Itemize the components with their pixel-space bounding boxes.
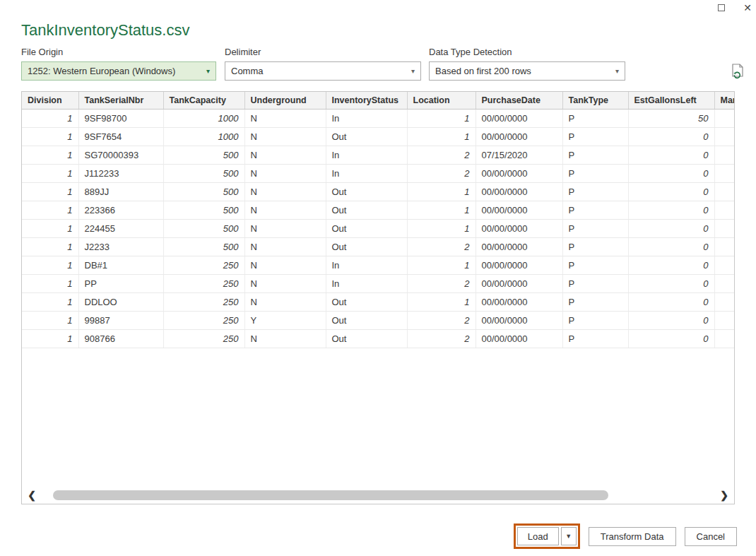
table-cell: 9SF98700 [78,109,163,127]
table-row: 199887250YOut200/00/0000P0 [22,311,734,329]
table-cell: 1 [407,219,476,237]
table-cell: P [562,219,628,237]
table-cell: 1 [22,146,78,164]
refresh-preview-icon[interactable] [731,64,745,79]
table-cell [714,274,734,292]
close-icon[interactable]: ✕ [743,3,752,13]
table-cell [714,237,734,256]
table-cell: 2 [407,311,476,329]
table-cell: 00/00/0000 [476,274,562,292]
column-header: TankCapacity [163,92,244,109]
table-cell: P [562,329,628,348]
table-row: 1J112233500NIn200/00/0000P0 [22,164,734,182]
load-button-highlight: Load ▼ [514,524,580,549]
table-cell: 1 [22,164,78,182]
load-button[interactable]: Load [517,527,559,545]
table-cell: 1 [22,182,78,201]
table-cell: 2 [407,237,476,256]
transform-data-button[interactable]: Transform Data [589,527,676,546]
table-cell: 2 [407,274,476,292]
table-cell: SG70000393 [78,146,163,164]
table-cell: 223366 [78,201,163,219]
table-cell: 250 [163,256,244,274]
table-cell: Y [244,311,326,329]
table-cell: 1 [407,182,476,201]
table-cell [714,219,734,237]
table-cell: 07/15/2020 [476,146,562,164]
csv-import-dialog: ✕ TankInventoryStatus.csv File Origin 12… [0,0,756,556]
data-type-detection-select[interactable]: Based on first 200 rows ▾ [429,61,625,81]
scroll-right-icon[interactable]: ❯ [716,489,732,502]
table-cell: Out [326,182,407,201]
delimiter-select[interactable]: Comma ▾ [225,61,421,81]
window-controls: ✕ [718,0,752,16]
table-cell: N [244,329,326,348]
table-cell: P [562,109,628,127]
table-cell: 1 [22,127,78,146]
table-cell: Out [326,201,407,219]
scroll-left-icon[interactable]: ❮ [24,489,40,502]
table-cell: 889JJ [78,182,163,201]
table-cell: 500 [163,237,244,256]
load-dropdown-button[interactable]: ▼ [561,527,577,545]
data-type-detection-value: Based on first 200 rows [435,66,611,76]
table-cell [714,164,734,182]
table-row: 1DDLOO250NOut100/00/0000P0 [22,292,734,311]
scrollbar-track[interactable] [40,490,716,500]
table-cell [714,292,734,311]
table-cell: P [562,256,628,274]
header-row: DivisionTankSerialNbrTankCapacityUndergr… [22,92,734,109]
table-cell [714,127,734,146]
table-cell: P [562,201,628,219]
table-cell: 1000 [163,109,244,127]
column-header: TankType [562,92,628,109]
table-cell [714,311,734,329]
table-cell: PP [78,274,163,292]
delimiter-control: Delimiter Comma ▾ [225,47,421,81]
table-cell: J2233 [78,237,163,256]
table-cell: 0 [628,329,714,348]
table-row: 1DB#1250NIn100/00/0000P0 [22,256,734,274]
table-cell [714,256,734,274]
table-cell: 0 [628,164,714,182]
table-cell [714,146,734,164]
table-cell: 250 [163,329,244,348]
column-header: Underground [244,92,326,109]
scrollbar-thumb[interactable] [53,490,608,500]
table-cell: In [326,256,407,274]
table-row: 19SF76541000NOut100/00/0000P0 [22,127,734,146]
table-cell: 00/00/0000 [476,311,562,329]
table-cell: 0 [628,182,714,201]
table-cell: P [562,311,628,329]
cancel-button[interactable]: Cancel [685,527,737,546]
table-cell: 00/00/0000 [476,109,562,127]
file-origin-label: File Origin [21,47,216,59]
delimiter-label: Delimiter [225,47,421,59]
table-cell: 00/00/0000 [476,237,562,256]
table-cell: 0 [628,146,714,164]
table-cell: N [244,109,326,127]
chevron-down-icon: ▾ [206,67,210,75]
table-cell [714,201,734,219]
table-cell: 0 [628,201,714,219]
table-cell: Out [326,292,407,311]
table-cell: 00/00/0000 [476,164,562,182]
delimiter-value: Comma [231,66,407,76]
table-cell: N [244,127,326,146]
table-cell: 1 [22,329,78,348]
table-cell: 0 [628,237,714,256]
table-cell: 1 [22,274,78,292]
maximize-icon[interactable] [718,4,725,11]
file-origin-value: 1252: Western European (Windows) [28,66,202,76]
table-cell: 1 [407,127,476,146]
table-row: 1J2233500NOut200/00/0000P0 [22,237,734,256]
table-cell: 1 [407,292,476,311]
table-cell: 2 [407,329,476,348]
table-cell: In [326,146,407,164]
file-origin-select[interactable]: 1252: Western European (Windows) ▾ [21,61,216,81]
column-header: InventoryStatus [326,92,407,109]
table-cell: 0 [628,292,714,311]
table-cell: Out [326,329,407,348]
table-cell: 00/00/0000 [476,292,562,311]
table-cell [714,329,734,348]
